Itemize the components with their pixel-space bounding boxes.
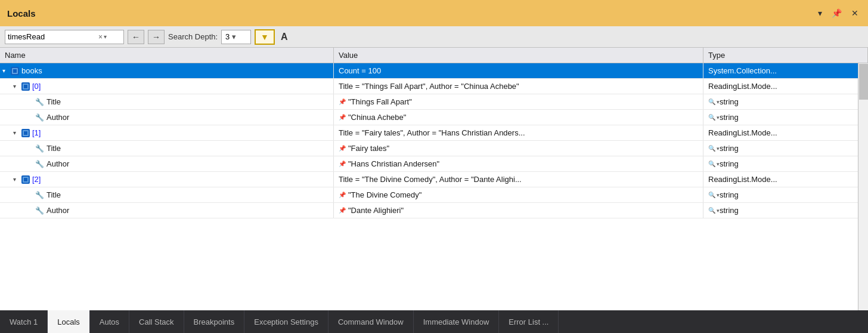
- row-value-text: Count = 100: [339, 66, 381, 75]
- row-type-text: string: [720, 159, 739, 168]
- title-bar: Locals ▾ 📌 ✕: [0, 0, 868, 26]
- expand-icon[interactable]: ▾: [13, 176, 19, 183]
- row-value-cell: Title = "Fairy tales", Author = "Hans Ch…: [334, 125, 703, 140]
- row-name-text: [0]: [32, 82, 41, 91]
- row-name-text: Author: [46, 206, 69, 215]
- row-type-cell: 🔍▾ string: [703, 141, 868, 156]
- tab-breakpoints[interactable]: Breakpoints: [184, 310, 245, 333]
- search-icon[interactable]: 🔍: [708, 145, 715, 152]
- col-header-value: Value: [334, 48, 703, 63]
- search-icon[interactable]: 🔍: [708, 207, 715, 214]
- row-value-cell: 📌"Dante Alighieri": [334, 203, 703, 218]
- forward-button[interactable]: →: [148, 30, 165, 44]
- close-icon[interactable]: ✕: [849, 7, 861, 19]
- dropdown-arrow-icon[interactable]: ▾: [816, 7, 824, 19]
- tab-watch1[interactable]: Watch 1: [0, 310, 48, 333]
- col-header-type: Type: [703, 48, 868, 63]
- search-box: × ▾: [5, 30, 124, 44]
- row-type-text: string: [720, 97, 739, 106]
- object-icon: [21, 175, 30, 184]
- row-type-text: string: [720, 206, 739, 215]
- table-row[interactable]: ▾[2]Title = "The Divine Comedy", Author …: [0, 172, 868, 187]
- table-row[interactable]: 🔧Title📌"Fairy tales"🔍▾ string: [0, 141, 868, 156]
- table-row[interactable]: ▾[1]Title = "Fairy tales", Author = "Han…: [0, 125, 868, 141]
- row-name-text: Title: [46, 144, 61, 153]
- row-value-cell: 📌"Fairy tales": [334, 141, 703, 156]
- pin-icon[interactable]: 📌: [339, 207, 346, 214]
- property-icon: 🔧: [35, 98, 44, 106]
- row-value-text: Title = "The Divine Comedy", Author = "D…: [339, 175, 522, 184]
- row-value-text: Title = "Things Fall Apart", Author = "C…: [339, 82, 519, 91]
- pin-icon[interactable]: 📌: [829, 7, 844, 19]
- pin-icon[interactable]: 📌: [339, 114, 346, 121]
- search-depth-label: Search Depth:: [168, 32, 218, 41]
- search-clear-button[interactable]: ×: [97, 33, 104, 41]
- row-value-cell: 📌"Chinua Achebe": [334, 110, 703, 125]
- table-row[interactable]: 🔧Author📌"Dante Alighieri"🔍▾ string: [0, 203, 868, 218]
- row-value-cell: 📌"Things Fall Apart": [334, 94, 703, 109]
- row-name-text: [1]: [32, 128, 41, 137]
- expand-icon[interactable]: ▾: [13, 83, 19, 90]
- tab-immediatewindow[interactable]: Immediate Window: [414, 310, 500, 333]
- row-value-text: "Dante Alighieri": [348, 206, 404, 215]
- tab-errorlist[interactable]: Error List ...: [499, 310, 559, 333]
- row-name-text: Author: [46, 113, 69, 122]
- col-header-name: Name: [0, 48, 334, 63]
- font-button[interactable]: A: [278, 32, 290, 42]
- depth-dropdown-icon: ▾: [232, 32, 236, 41]
- row-value-cell: 📌"Hans Christian Andersen": [334, 156, 703, 171]
- tab-locals[interactable]: Locals: [48, 310, 90, 333]
- search-icon[interactable]: 🔍: [708, 98, 715, 105]
- row-type-text: ReadingList.Mode...: [708, 82, 777, 91]
- property-icon: 🔧: [35, 144, 44, 153]
- filter-button[interactable]: ▼: [255, 29, 275, 45]
- search-icon[interactable]: 🔍: [708, 114, 715, 121]
- property-icon: 🔧: [35, 191, 44, 199]
- expand-icon[interactable]: ▾: [13, 130, 19, 136]
- row-value-cell: Title = "The Divine Comedy", Author = "D…: [334, 172, 703, 187]
- row-type-cell: 🔍▾ string: [703, 156, 868, 171]
- tabs-bar: Watch 1LocalsAutosCall StackBreakpointsE…: [0, 310, 868, 333]
- table-row[interactable]: 🔧Title📌"The Divine Comedy"🔍▾ string: [0, 187, 868, 203]
- pin-icon[interactable]: 📌: [339, 161, 346, 167]
- row-name-text: Title: [46, 190, 61, 199]
- table-row[interactable]: 🔧Author📌"Chinua Achebe"🔍▾ string: [0, 110, 868, 125]
- tab-callstack[interactable]: Call Stack: [129, 310, 184, 333]
- table-row[interactable]: ▾booksCount = 100 System.Collection...: [0, 63, 868, 79]
- table-row[interactable]: 🔧Author📌"Hans Christian Andersen"🔍▾ stri…: [0, 156, 868, 172]
- scrollbar-track[interactable]: [858, 63, 868, 310]
- table-row[interactable]: ▾[0]Title = "Things Fall Apart", Author …: [0, 79, 868, 94]
- table-row[interactable]: 🔧Title📌"Things Fall Apart"🔍▾ string: [0, 94, 868, 110]
- search-icon[interactable]: 🔍: [708, 161, 715, 167]
- row-value-cell: Count = 100: [334, 63, 703, 78]
- row-value-text: Title = "Fairy tales", Author = "Hans Ch…: [339, 128, 525, 137]
- tab-autos[interactable]: Autos: [90, 310, 129, 333]
- object-icon: [11, 67, 19, 75]
- row-type-cell: ReadingList.Mode...: [703, 172, 868, 187]
- search-input[interactable]: [8, 32, 97, 41]
- object-icon: [21, 129, 30, 137]
- tab-commandwindow[interactable]: Command Window: [328, 310, 414, 333]
- row-type-text: string: [720, 144, 739, 153]
- row-name-text: Author: [46, 159, 69, 168]
- table-header: Name Value Type: [0, 48, 868, 63]
- tab-exceptionsettings[interactable]: Exception Settings: [244, 310, 328, 333]
- row-type-cell: ReadingList.Mode...: [703, 79, 868, 94]
- property-icon: 🔧: [35, 113, 44, 122]
- pin-icon[interactable]: 📌: [339, 98, 346, 105]
- pin-icon[interactable]: 📌: [339, 192, 346, 198]
- search-icon[interactable]: 🔍: [708, 192, 715, 198]
- pin-icon[interactable]: 📌: [339, 145, 346, 152]
- title-controls: ▾ 📌 ✕: [816, 7, 861, 19]
- toolbar: × ▾ ← → Search Depth: 3 ▾ ▼ A: [0, 26, 868, 48]
- scrollbar-thumb[interactable]: [859, 64, 868, 100]
- row-type-cell: 🔍▾ string: [703, 203, 868, 218]
- depth-combo[interactable]: 3 ▾: [221, 30, 251, 44]
- window-title: Locals: [7, 8, 36, 18]
- back-button[interactable]: ←: [128, 30, 144, 44]
- row-value-text: "Things Fall Apart": [348, 97, 412, 106]
- row-value-text: "Hans Christian Andersen": [348, 159, 439, 168]
- row-name-text: [2]: [32, 175, 41, 184]
- expand-icon[interactable]: ▾: [2, 67, 8, 74]
- search-dropdown-icon[interactable]: ▾: [104, 33, 107, 40]
